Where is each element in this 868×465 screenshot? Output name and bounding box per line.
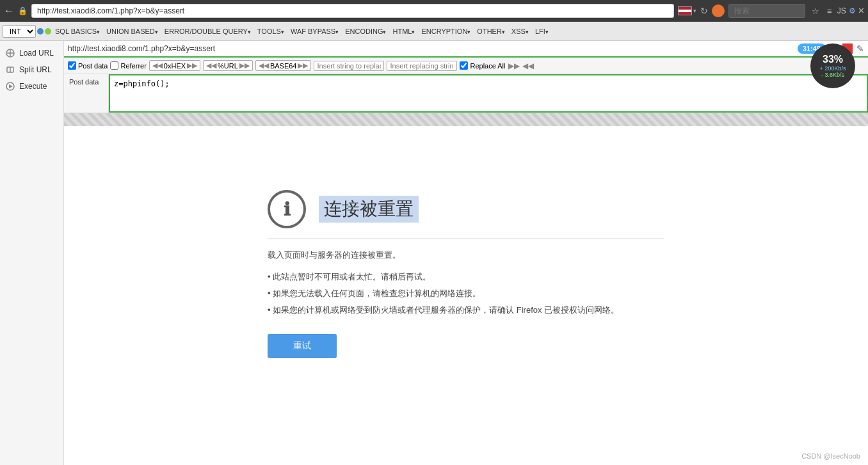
- right-arrow-icon2: ▶▶: [239, 61, 250, 70]
- network-indicator: 33% + 200Kb/s - 3.6Kb/s: [810, 43, 855, 88]
- int-dropdown[interactable]: INT: [3, 25, 36, 38]
- post-data-checkbox-label[interactable]: Post data: [68, 61, 108, 70]
- main-container: Load URL Split URL Execute 31:48 ⏸ ✎ 33%: [0, 41, 868, 465]
- svg-marker-6: [9, 84, 13, 88]
- xss-menu[interactable]: XSS: [509, 26, 531, 36]
- browser-logo-icon: [712, 4, 725, 17]
- error-bullet-1: 此站点暂时不可用或者太忙。请稍后再试。: [268, 271, 619, 283]
- replace-arrow-icon: ▶▶: [508, 61, 520, 70]
- sidebar-item-load-url[interactable]: Load URL: [3, 46, 61, 60]
- replace-all-checkbox-label[interactable]: Replace All: [460, 61, 505, 70]
- replace-all-checkbox[interactable]: [460, 61, 468, 70]
- stripe-divider: [64, 113, 868, 126]
- error-divider: [268, 239, 664, 239]
- url-bar-row: 31:48 ⏸ ✎: [64, 41, 868, 58]
- info-icon-symbol: ℹ: [284, 199, 291, 220]
- sidebar-item-execute[interactable]: Execute: [3, 79, 61, 93]
- extension-toolbar: INT SQL BASICS UNION BASED ERROR/DOUBLE …: [0, 22, 868, 41]
- load-url-label: Load URL: [19, 49, 54, 58]
- flag-icon: [678, 6, 692, 15]
- right-panel: 31:48 ⏸ ✎ 33% + 200Kb/s - 3.6Kb/s Post d…: [64, 41, 868, 465]
- browser-url-input[interactable]: [31, 4, 674, 18]
- error-header: ℹ 连接被重置: [268, 190, 664, 228]
- error-subtitle: 载入页面时与服务器的连接被重置。: [268, 249, 401, 261]
- right-arrow-icon: ▶▶: [187, 61, 197, 70]
- play-icon: [5, 81, 15, 91]
- union-based-menu[interactable]: UNION BASED: [104, 26, 161, 36]
- url-encode-button[interactable]: ◀◀ %URL ▶▶: [203, 60, 253, 71]
- close-icon[interactable]: ×: [858, 5, 864, 17]
- sidebar: Load URL Split URL Execute: [0, 41, 64, 465]
- post-data-textarea[interactable]: z=phpinfo();: [109, 74, 868, 113]
- replace-search-input[interactable]: [314, 61, 384, 71]
- referrer-checkbox[interactable]: [110, 61, 118, 70]
- replace-all-text: Replace All: [470, 62, 505, 70]
- encoding-menu[interactable]: ENCODING: [342, 26, 389, 36]
- bookmark-button[interactable]: ☆: [809, 5, 822, 17]
- waf-bypass-menu[interactable]: WAF BYPASS: [288, 26, 341, 36]
- error-double-query-menu[interactable]: ERROR/DOUBLE QUERY: [162, 26, 253, 36]
- sql-basics-menu[interactable]: SQL BASICS: [52, 26, 102, 36]
- error-list: 此站点暂时不可用或者太忙。请稍后再试。 如果您无法载入任何页面，请检查您计算机的…: [268, 271, 619, 321]
- 0xhex-encode-button[interactable]: ◀◀ 0xHEX ▶▶: [149, 60, 200, 71]
- tools-menu[interactable]: TOOLS: [255, 26, 287, 36]
- url-label: %URL: [218, 62, 238, 70]
- indicator-green: [45, 28, 51, 35]
- edit-button[interactable]: ✎: [856, 43, 864, 54]
- url-input[interactable]: [68, 44, 794, 53]
- left-arrow-icon2: ◀◀: [206, 61, 216, 70]
- network-speed-down: - 3.6Kb/s: [821, 72, 844, 78]
- left-arrow-icon3: ◀◀: [259, 61, 269, 70]
- toolbar-row: Post data Referrer ◀◀ 0xHEX ▶▶ ◀◀ %URL ▶…: [64, 58, 868, 74]
- extension-icon: ⚙: [849, 6, 856, 15]
- post-data-label: Post data: [64, 74, 109, 113]
- js-badge: JS: [837, 6, 846, 15]
- refresh-icon[interactable]: ↻: [700, 6, 708, 16]
- lfi-menu[interactable]: LFI: [533, 26, 551, 36]
- html-menu[interactable]: HTML: [390, 26, 417, 36]
- post-data-checkbox-text: Post data: [78, 62, 108, 70]
- browser-search-input[interactable]: [728, 4, 805, 18]
- replace-with-input[interactable]: [387, 61, 457, 71]
- link-icon: [5, 48, 15, 58]
- post-data-checkbox[interactable]: [68, 61, 76, 70]
- browser-action-buttons: ☆ ≡ JS ⚙ ×: [809, 5, 864, 17]
- replace-left-arrow-icon: ◀◀: [522, 61, 534, 70]
- error-page: ℹ 连接被重置 载入页面时与服务器的连接被重置。 此站点暂时不可用或者太忙。请稍…: [268, 190, 664, 358]
- post-data-row: Post data z=phpinfo();: [64, 74, 868, 113]
- base64-label: BASE64: [270, 62, 297, 70]
- error-title: 连接被重置: [319, 196, 419, 223]
- split-url-label: Split URL: [19, 65, 52, 74]
- indicator-blue: [37, 28, 44, 35]
- retry-button[interactable]: 重试: [268, 334, 337, 358]
- encryption-menu[interactable]: ENCRYPTION: [419, 26, 473, 36]
- network-percent: 33%: [823, 54, 843, 65]
- flag-dropdown-icon: ▾: [693, 8, 696, 14]
- watermark: CSDN @IsecNoob: [801, 452, 860, 460]
- network-speed-up: + 200Kb/s: [820, 65, 846, 72]
- browser-back-button[interactable]: ←: [4, 5, 14, 17]
- execute-label: Execute: [19, 82, 47, 91]
- info-icon: ℹ: [268, 190, 306, 228]
- browser-toolbar: ← 🔒 ▾ ↻ ☆ ≡ JS ⚙ ×: [0, 0, 868, 22]
- error-bullet-3: 如果您的计算机或网络受到防火墙或者代理服务器的保护，请确认 Firefox 已被…: [268, 304, 619, 316]
- browser-lock-icon: 🔒: [18, 6, 28, 15]
- 0xhex-label: 0xHEX: [164, 62, 186, 70]
- left-arrow-icon: ◀◀: [152, 61, 163, 70]
- referrer-checkbox-label[interactable]: Referrer: [110, 61, 146, 70]
- menu-button[interactable]: ≡: [824, 5, 835, 17]
- sidebar-item-split-url[interactable]: Split URL: [3, 63, 61, 77]
- content-area: ℹ 连接被重置 载入页面时与服务器的连接被重置。 此站点暂时不可用或者太忙。请稍…: [64, 126, 868, 465]
- referrer-checkbox-text: Referrer: [120, 62, 146, 70]
- right-arrow-icon3: ▶▶: [298, 61, 308, 70]
- base64-encode-button[interactable]: ◀◀ BASE64 ▶▶: [255, 60, 312, 71]
- error-bullet-2: 如果您无法载入任何页面，请检查您计算机的网络连接。: [268, 288, 619, 299]
- split-icon: [5, 65, 15, 75]
- other-menu[interactable]: OTHER: [474, 26, 508, 36]
